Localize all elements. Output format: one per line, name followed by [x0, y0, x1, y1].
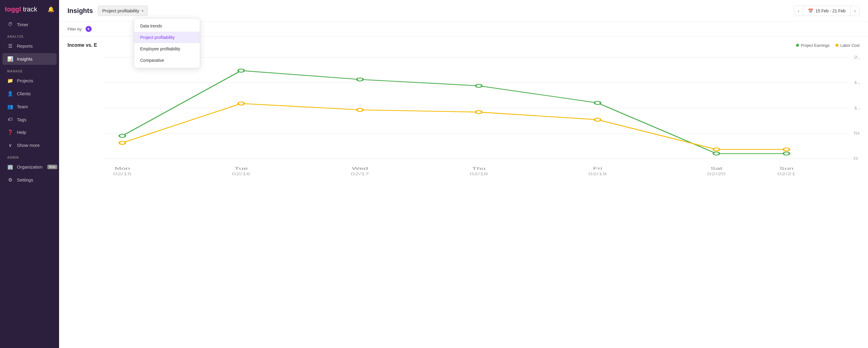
- sidebar-item-team-label: Team: [17, 104, 28, 109]
- chart-container: Income vs. E Project Earnings Labor Cost: [59, 36, 868, 348]
- sidebar-item-show-more[interactable]: ∨ Show more: [2, 139, 57, 151]
- sidebar-item-reports[interactable]: ☰ Reports: [2, 40, 57, 52]
- sidebar-item-projects-label: Projects: [17, 78, 33, 83]
- x-label-tue-day: Tue: [235, 166, 248, 170]
- dropdown-item-comparative[interactable]: Comparative: [134, 55, 200, 66]
- sidebar-item-clients-label: Clients: [17, 91, 31, 96]
- sidebar-item-organization-label: Organization: [17, 164, 42, 170]
- x-label-sat-date: 02/20: [707, 172, 726, 176]
- x-label-mon-date: 02/15: [113, 172, 132, 176]
- logo-text: toggl track: [5, 5, 37, 13]
- insight-type-dropdown[interactable]: Project profitability ▾: [98, 5, 148, 16]
- dropdown-item-employee-profitability[interactable]: Employee profitability: [134, 43, 200, 55]
- x-label-tue-date: 02/16: [232, 172, 250, 176]
- orange-line: [122, 104, 786, 149]
- sidebar-item-organization[interactable]: 🏢 Organization Beta: [2, 161, 57, 173]
- calendar-icon: 📅: [808, 8, 813, 13]
- sidebar-item-settings[interactable]: ⚙ Settings: [2, 174, 57, 186]
- tags-icon: 🏷: [7, 117, 13, 122]
- chevron-down-icon: ∨: [7, 142, 13, 148]
- svg-text:500: 500: [854, 131, 860, 136]
- legend-label-earnings: Project Earnings: [801, 43, 830, 48]
- team-icon: 👥: [7, 104, 13, 110]
- x-label-fri-day: Fri: [593, 166, 602, 170]
- sidebar-item-timer-label: Timer: [17, 22, 28, 27]
- orange-dot-tue: [238, 102, 244, 105]
- chart-area: 2,000 1,500 1,000 500 0: [67, 51, 860, 178]
- sidebar-item-reports-label: Reports: [17, 44, 33, 49]
- dropdown-item-data-trends[interactable]: Data trends: [134, 20, 200, 32]
- sidebar-item-timer[interactable]: ⏱ Timer: [2, 19, 57, 30]
- sidebar-section-manage: MANAGE: [0, 65, 59, 74]
- svg-text:0: 0: [854, 156, 858, 161]
- sidebar-item-help[interactable]: ❓ Help: [2, 126, 57, 138]
- date-navigator: ‹ 📅 15 Feb - 21 Feb ›: [794, 6, 860, 16]
- insights-icon: 📊: [7, 56, 13, 62]
- reports-icon: ☰: [7, 43, 13, 49]
- orange-dot-mon: [119, 141, 125, 144]
- x-label-sat-day: Sat: [710, 166, 722, 170]
- sidebar-item-settings-label: Settings: [17, 177, 33, 182]
- main-content: Insights Project profitability ▾ ‹ 📅 15 …: [59, 0, 868, 348]
- sidebar-item-help-label: Help: [17, 130, 26, 135]
- x-label-wed-date: 02/17: [351, 172, 369, 176]
- date-range-display: 📅 15 Feb - 21 Feb: [803, 6, 850, 16]
- logo-suffix: track: [23, 5, 37, 13]
- sidebar-logo: toggl track 🔔: [0, 0, 59, 18]
- organization-icon: 🏢: [7, 164, 13, 170]
- sidebar-section-analyze: ANALYZE: [0, 31, 59, 39]
- legend-dot-green: [796, 44, 799, 47]
- orange-dot-sun: [783, 148, 789, 151]
- orange-dot-sat: [713, 148, 719, 151]
- page-title: Insights: [67, 7, 93, 15]
- sidebar-item-clients[interactable]: 👤 Clients: [2, 88, 57, 99]
- sidebar-item-tags-label: Tags: [17, 117, 27, 122]
- header-left: Insights Project profitability ▾: [67, 5, 148, 16]
- x-label-mon-day: Mon: [115, 166, 130, 170]
- x-label-fri-date: 02/19: [588, 172, 607, 176]
- next-date-button[interactable]: ›: [850, 6, 859, 16]
- timer-icon: ⏱: [7, 22, 13, 27]
- sidebar-item-insights[interactable]: 📊 Insights: [2, 53, 57, 65]
- sidebar: toggl track 🔔 ⏱ Timer ANALYZE ☰ Reports …: [0, 0, 59, 348]
- filter-count-badge: 6: [86, 26, 92, 32]
- svg-text:2,000: 2,000: [854, 55, 860, 59]
- filter-label: Filter by:: [67, 27, 83, 31]
- sidebar-item-projects[interactable]: 📁 Projects: [2, 75, 57, 87]
- sidebar-section-admin: ADMIN: [0, 152, 59, 161]
- orange-dot-thu: [475, 110, 482, 114]
- chart-svg: 2,000 1,500 1,000 500 0: [67, 51, 860, 178]
- chart-title: Income vs. E: [67, 42, 97, 48]
- chevron-down-icon: ▾: [142, 9, 144, 13]
- x-label-thu-date: 02/18: [470, 172, 488, 176]
- sidebar-item-insights-label: Insights: [17, 56, 33, 61]
- legend-label-labor: Labor Cost: [840, 43, 860, 48]
- green-dot-sun: [783, 152, 789, 155]
- svg-text:1,500: 1,500: [854, 80, 860, 85]
- green-line: [122, 70, 786, 153]
- x-label-sun-day: Sun: [779, 166, 794, 170]
- date-range-text: 15 Feb - 21 Feb: [815, 8, 846, 13]
- legend-labor-cost: Labor Cost: [835, 43, 860, 48]
- green-dot-wed: [357, 78, 363, 81]
- beta-badge: Beta: [47, 165, 57, 169]
- sidebar-item-tags[interactable]: 🏷 Tags: [2, 114, 57, 125]
- dropdown-label: Project profitability: [102, 8, 139, 13]
- prev-date-button[interactable]: ‹: [794, 6, 803, 16]
- x-label-wed-day: Wed: [352, 166, 368, 170]
- bell-icon[interactable]: 🔔: [48, 6, 54, 13]
- sidebar-item-team[interactable]: 👥 Team: [2, 101, 57, 113]
- help-icon: ❓: [7, 129, 13, 135]
- x-label-sun-date: 02/21: [777, 172, 796, 176]
- orange-dot-fri: [595, 118, 601, 121]
- projects-icon: 📁: [7, 78, 13, 84]
- legend-dot-orange: [835, 44, 838, 47]
- green-dot-sat: [713, 152, 719, 155]
- green-dot-tue: [238, 69, 244, 72]
- clients-icon: 👤: [7, 91, 13, 96]
- sidebar-item-show-more-label: Show more: [17, 143, 40, 148]
- green-dot-fri: [595, 101, 601, 105]
- svg-text:1,000: 1,000: [854, 106, 860, 110]
- dropdown-item-project-profitability[interactable]: Project profitability: [134, 32, 200, 43]
- dropdown-menu: Data trends Project profitability Employ…: [134, 18, 200, 68]
